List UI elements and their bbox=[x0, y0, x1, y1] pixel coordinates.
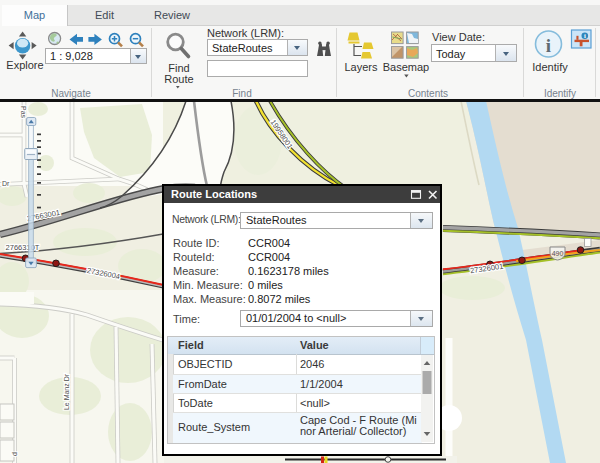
svg-text:i: i bbox=[546, 35, 551, 56]
svg-text:2766310T: 2766310T bbox=[6, 243, 40, 252]
svg-text:i: i bbox=[584, 32, 586, 39]
svg-text:490: 490 bbox=[552, 250, 564, 257]
svg-text:Dr: Dr bbox=[2, 180, 10, 187]
svg-text:Pas: Pas bbox=[20, 106, 27, 119]
svg-text:Le Manz Dr: Le Manz Dr bbox=[63, 373, 70, 410]
svg-text:d: d bbox=[11, 452, 18, 456]
